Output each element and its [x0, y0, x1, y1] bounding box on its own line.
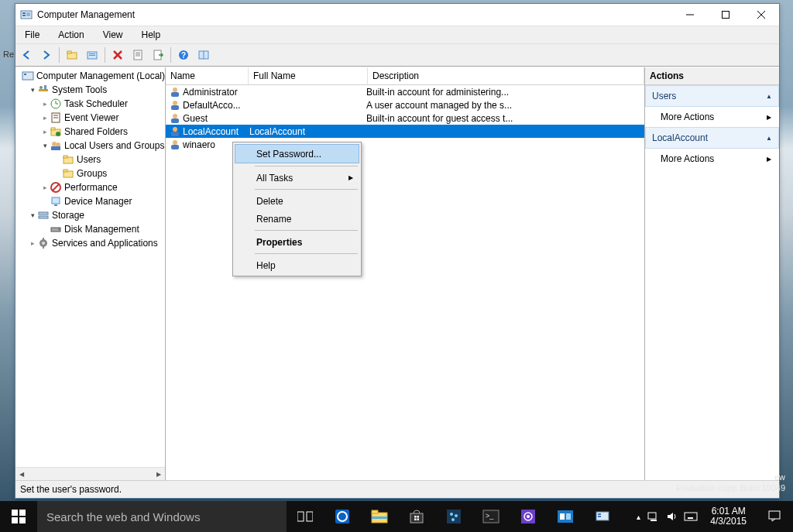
- tree-item[interactable]: ▸Shared Folders: [15, 125, 165, 139]
- minimize-button[interactable]: [672, 4, 708, 26]
- status-text: Set the user's password.: [20, 484, 122, 495]
- svg-rect-98: [648, 513, 656, 519]
- user-name: Guest: [183, 113, 208, 124]
- context-menu-item[interactable]: Rename: [235, 210, 359, 228]
- svg-rect-69: [12, 517, 18, 523]
- action-group-header[interactable]: LocalAccount▲: [645, 127, 779, 149]
- action-item[interactable]: More Actions▶: [645, 149, 779, 169]
- expand-icon[interactable]: ▸: [40, 184, 50, 191]
- nav-back-button[interactable]: [17, 46, 36, 64]
- properties-folder-button[interactable]: [83, 46, 101, 64]
- computer-management-taskbar-icon[interactable]: [584, 501, 621, 532]
- tree-item[interactable]: Groups: [15, 166, 165, 180]
- column-header[interactable]: Full Name: [249, 67, 368, 84]
- app-icon-2[interactable]: [547, 501, 584, 532]
- svg-rect-76: [372, 510, 378, 513]
- menu-file[interactable]: File: [22, 28, 43, 42]
- mmc-icon: [22, 70, 34, 82]
- app-icon-1[interactable]: [435, 501, 472, 532]
- toolbar-separator: [170, 47, 171, 63]
- svg-point-63: [173, 127, 177, 132]
- column-header[interactable]: Name: [166, 67, 249, 84]
- settings-icon[interactable]: [510, 501, 547, 532]
- context-menu-item[interactable]: Delete: [235, 192, 359, 210]
- collapse-icon: ▲: [766, 135, 772, 142]
- taskbar-search[interactable]: Search the web and Windows: [37, 501, 287, 532]
- terminal-icon[interactable]: >_: [472, 501, 510, 532]
- keyboard-icon[interactable]: [684, 511, 698, 522]
- menu-help[interactable]: Help: [139, 28, 164, 42]
- expand-icon[interactable]: ▾: [28, 211, 37, 219]
- network-icon[interactable]: [647, 510, 659, 523]
- tree-item[interactable]: ▾System Tools: [15, 83, 165, 97]
- view-options-button[interactable]: [194, 46, 213, 64]
- tree-item[interactable]: Device Manager: [15, 194, 165, 208]
- svg-rect-49: [39, 212, 48, 215]
- user-row[interactable]: LocalAccountLocalAccount: [166, 125, 644, 138]
- svg-point-61: [173, 114, 177, 118]
- tree-item[interactable]: ▸Event Viewer: [15, 111, 165, 125]
- clock[interactable]: 6:01 AM 4/3/2015: [704, 506, 753, 527]
- user-description: Built-in account for guest access t...: [363, 113, 637, 124]
- context-menu-item[interactable]: Help: [235, 256, 359, 274]
- export-button[interactable]: [149, 46, 167, 64]
- context-menu-item[interactable]: All Tasks▶: [235, 169, 359, 187]
- tree-item[interactable]: Computer Management (Local): [15, 69, 165, 83]
- tree-item[interactable]: Users: [15, 153, 165, 166]
- menu-view[interactable]: View: [100, 28, 126, 42]
- close-button[interactable]: [743, 4, 779, 26]
- expand-icon[interactable]: ▸: [40, 114, 50, 122]
- list-header[interactable]: NameFull NameDescription: [166, 67, 644, 85]
- user-row[interactable]: DefaultAcco...A user account managed by …: [166, 98, 644, 112]
- edge-icon[interactable]: [324, 501, 361, 532]
- tree-horizontal-scrollbar[interactable]: ◀ ▶: [15, 467, 165, 480]
- tree-item[interactable]: ▾Local Users and Groups: [15, 139, 165, 153]
- start-button[interactable]: [0, 501, 37, 532]
- taskbar[interactable]: Search the web and Windows >_ ▴ 6:01 AM …: [0, 501, 793, 532]
- tree-item[interactable]: ▸Performance: [15, 180, 165, 194]
- properties-sheet-button[interactable]: [129, 46, 147, 64]
- tree-item[interactable]: Disk Management: [15, 222, 165, 236]
- expand-icon[interactable]: ▸: [40, 128, 50, 136]
- navigation-tree[interactable]: Computer Management (Local)▾System Tools…: [15, 67, 165, 467]
- tree-item[interactable]: ▾Storage: [15, 208, 165, 222]
- scroll-left-button[interactable]: ◀: [15, 468, 28, 480]
- svg-point-54: [42, 242, 45, 245]
- context-menu-label: Delete: [256, 196, 283, 207]
- expand-icon[interactable]: ▸: [40, 100, 50, 108]
- title-bar[interactable]: Computer Management: [15, 4, 779, 26]
- volume-icon[interactable]: [665, 510, 678, 523]
- store-icon[interactable]: [398, 501, 435, 532]
- svg-rect-106: [769, 511, 780, 519]
- task-view-icon[interactable]: [287, 501, 324, 532]
- scroll-track[interactable]: [28, 468, 153, 480]
- svg-rect-44: [64, 170, 67, 172]
- context-menu-item[interactable]: Properties: [235, 233, 359, 251]
- maximize-button[interactable]: [708, 4, 743, 26]
- nav-forward-button[interactable]: [37, 46, 56, 64]
- tray-chevron-icon[interactable]: ▴: [637, 513, 640, 521]
- delete-button[interactable]: [108, 46, 127, 64]
- column-header[interactable]: Description: [368, 67, 644, 84]
- expand-icon[interactable]: ▸: [28, 239, 37, 247]
- menu-action[interactable]: Action: [55, 28, 87, 42]
- user-row[interactable]: AdministratorBuilt-in account for admini…: [166, 85, 644, 98]
- help-button[interactable]: ?: [174, 46, 193, 64]
- expand-icon[interactable]: ▾: [28, 86, 37, 94]
- up-level-button[interactable]: [63, 46, 81, 64]
- action-item[interactable]: More Actions▶: [645, 107, 779, 127]
- file-explorer-icon[interactable]: [361, 501, 398, 532]
- action-group-header[interactable]: Users▲: [645, 85, 779, 107]
- tree-item[interactable]: ▸Task Scheduler: [15, 97, 165, 111]
- event-icon: [50, 112, 62, 124]
- system-tray[interactable]: ▴ 6:01 AM 4/3/2015: [637, 501, 793, 532]
- users-icon: [50, 139, 62, 152]
- scroll-right-button[interactable]: ▶: [153, 468, 165, 480]
- context-menu-item[interactable]: Set Password...: [235, 144, 359, 163]
- notifications-icon[interactable]: [759, 501, 790, 532]
- tree-item-label: Device Manager: [64, 196, 132, 207]
- expand-icon[interactable]: ▾: [40, 142, 50, 149]
- user-row[interactable]: GuestBuilt-in account for guest access t…: [166, 112, 644, 125]
- tree-item[interactable]: ▸Services and Applications: [15, 236, 165, 250]
- computer-management-window: Computer Management File Action View Hel…: [15, 3, 780, 499]
